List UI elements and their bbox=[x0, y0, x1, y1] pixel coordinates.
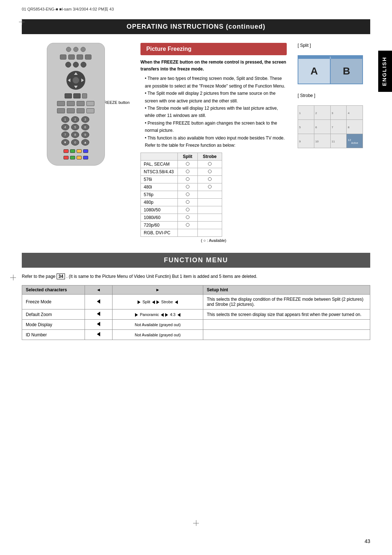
english-tab: ENGLISH bbox=[378, 51, 392, 92]
remote-btn-rec[interactable] bbox=[77, 108, 85, 113]
remote-btn-extra[interactable] bbox=[86, 108, 94, 113]
picture-freezing-title: Picture Freezing bbox=[140, 43, 287, 55]
freeze-table-note: ( ○ : Available) bbox=[140, 238, 287, 243]
func-row-value: Not Available (grayed out) bbox=[113, 320, 203, 330]
remote-dpad-down-arrow bbox=[74, 86, 78, 88]
remote-dpad-right-arrow bbox=[81, 78, 84, 82]
freeze-bullets: There are two types of freezing screen m… bbox=[140, 75, 287, 149]
remote-btn-menu[interactable] bbox=[81, 47, 86, 52]
strobe-cell-5: 5 bbox=[298, 120, 314, 134]
remote-btn-green[interactable] bbox=[70, 149, 75, 153]
remote-btn-3[interactable] bbox=[77, 54, 83, 60]
remote-btn-freeze[interactable] bbox=[86, 101, 94, 106]
page-ref: 34 bbox=[57, 274, 65, 279]
bullet-1: There are two types of freezing screen m… bbox=[145, 75, 287, 90]
split-top-bar: 1 bbox=[298, 56, 362, 59]
freeze-table-cell-strobe bbox=[197, 191, 222, 199]
remote-btn-yellow2[interactable] bbox=[77, 156, 82, 159]
remote-num-3[interactable]: 3 bbox=[81, 116, 89, 123]
freeze-table-cell-split bbox=[177, 191, 197, 199]
remote-dpad-up-arrow bbox=[74, 72, 78, 75]
strobe-cell-12: 12Active bbox=[347, 134, 363, 148]
picture-freezing-section: Picture Freezing When the FREEZE button … bbox=[140, 43, 287, 243]
function-menu-note: Refer to the page 34 . (It is same to th… bbox=[22, 274, 370, 279]
remote-btn-input[interactable] bbox=[73, 47, 78, 52]
visuals-panel: [ Split ] 1 A B [ Strobe ] 1234567891011… bbox=[298, 43, 370, 243]
strobe-cell-6: 6 bbox=[314, 120, 330, 134]
func-row-selected: Default Zoom bbox=[22, 309, 85, 320]
remote-btn-stop[interactable] bbox=[67, 108, 75, 113]
strobe-cell-2: 2 bbox=[314, 106, 330, 119]
remote-num-8[interactable]: 8 bbox=[71, 131, 79, 138]
remote-btn-dvd[interactable] bbox=[65, 93, 72, 98]
func-row-hint bbox=[203, 320, 370, 330]
func-row-selected: ID Number bbox=[22, 330, 85, 340]
freeze-table-cell-strobe bbox=[197, 229, 222, 237]
func-row-arrow-left bbox=[85, 320, 113, 330]
remote-btn-tv[interactable] bbox=[73, 93, 81, 98]
crosshair-bottom bbox=[193, 520, 199, 526]
remote-dpad-center[interactable] bbox=[73, 77, 79, 84]
freeze-table-header-strobe: Strobe bbox=[197, 153, 222, 161]
remote-btn-green2[interactable] bbox=[70, 156, 75, 159]
strobe-cell-9: 9 bbox=[298, 134, 314, 148]
remote-num-up[interactable]: ▲ bbox=[81, 139, 89, 146]
remote-btn-blue2[interactable] bbox=[83, 156, 88, 159]
bullet-4: Pressing the FREEZE button again changes… bbox=[145, 119, 287, 134]
remote-btn-red2[interactable] bbox=[64, 156, 69, 159]
freeze-table-cell-split bbox=[177, 183, 197, 191]
split-cell-a: A bbox=[298, 59, 330, 84]
func-table-header-selected: Selected characters bbox=[22, 285, 85, 295]
func-table-header-setup-hint: Setup hint bbox=[203, 285, 370, 295]
remote-btn-mute[interactable] bbox=[82, 93, 87, 98]
remote-num-6[interactable]: 6 bbox=[81, 124, 89, 130]
remote-btn-skip[interactable] bbox=[57, 108, 65, 113]
freeze-table-cell-strobe bbox=[197, 168, 222, 176]
remote-btn-rew[interactable] bbox=[57, 101, 65, 106]
remote-btn-r1[interactable] bbox=[65, 62, 71, 68]
freeze-table-cell-split bbox=[177, 199, 197, 206]
remote-control: 1 2 3 4 5 6 7 8 9 ▼ 0 ▲ bbox=[47, 43, 105, 166]
remote-btn-1[interactable] bbox=[60, 54, 66, 60]
remote-num-1[interactable]: 1 bbox=[61, 116, 69, 123]
remote-btn-r2[interactable] bbox=[73, 62, 79, 68]
remote-num-4[interactable]: 4 bbox=[61, 124, 69, 130]
remote-btn-power[interactable] bbox=[66, 47, 71, 52]
bullet-2: The Split mode will display 2 pictures f… bbox=[145, 90, 287, 105]
remote-btn-play[interactable] bbox=[67, 101, 75, 106]
remote-btn-ff[interactable] bbox=[77, 101, 85, 106]
remote-btn-blue[interactable] bbox=[83, 149, 88, 153]
func-row-selected: Mode Display bbox=[22, 320, 85, 330]
remote-num-9[interactable]: 9 bbox=[81, 131, 89, 138]
remote-num-2[interactable]: 2 bbox=[71, 116, 79, 123]
remote-num-7[interactable]: 7 bbox=[61, 131, 69, 138]
remote-num-0[interactable]: 0 bbox=[71, 139, 79, 146]
remote-btn-r3[interactable] bbox=[81, 62, 86, 68]
freeze-table-cell-strobe bbox=[197, 161, 222, 168]
freeze-table-cell-label: 720p/60 bbox=[141, 222, 178, 229]
strobe-cell-10: 10 bbox=[314, 134, 330, 148]
function-menu-table: Selected characters ◄ ► Setup hint Freez… bbox=[22, 285, 370, 340]
func-row-hint bbox=[203, 330, 370, 340]
func-row-hint: This selects the screen display size tha… bbox=[203, 309, 370, 320]
freeze-table-cell-strobe bbox=[197, 199, 222, 206]
remote-num-down[interactable]: ▼ bbox=[61, 139, 69, 146]
remote-btn-2[interactable] bbox=[68, 54, 75, 60]
page-header: 01 QR58543-ENG-■ ■I-sam 3/4/2004 4:02 PM… bbox=[0, 0, 392, 12]
crosshair-top-left bbox=[19, 19, 25, 25]
remote-btn-red[interactable] bbox=[64, 149, 69, 153]
split-visual: 1 A B bbox=[298, 55, 363, 84]
freeze-table-cell-split bbox=[177, 161, 197, 168]
func-table-header-arrow-left: ◄ bbox=[85, 285, 113, 295]
freeze-button-label: FREEZE button bbox=[102, 100, 130, 105]
remote-btn-yellow[interactable] bbox=[77, 149, 82, 153]
remote-dpad[interactable] bbox=[66, 71, 85, 90]
remote-dpad-left-arrow bbox=[68, 78, 70, 82]
freeze-table-header-split: Split bbox=[177, 153, 197, 161]
remote-num-5[interactable]: 5 bbox=[71, 124, 79, 130]
freeze-table-cell-label: 480i bbox=[141, 183, 178, 191]
remote-btn-4[interactable] bbox=[85, 54, 91, 60]
strobe-cell-11: 11 bbox=[331, 134, 347, 148]
func-table-header-arrow-right: ► bbox=[113, 285, 203, 295]
header-text: 01 QR58543-ENG-■ ■I-sam 3/4/2004 4:02 PM… bbox=[22, 7, 114, 12]
